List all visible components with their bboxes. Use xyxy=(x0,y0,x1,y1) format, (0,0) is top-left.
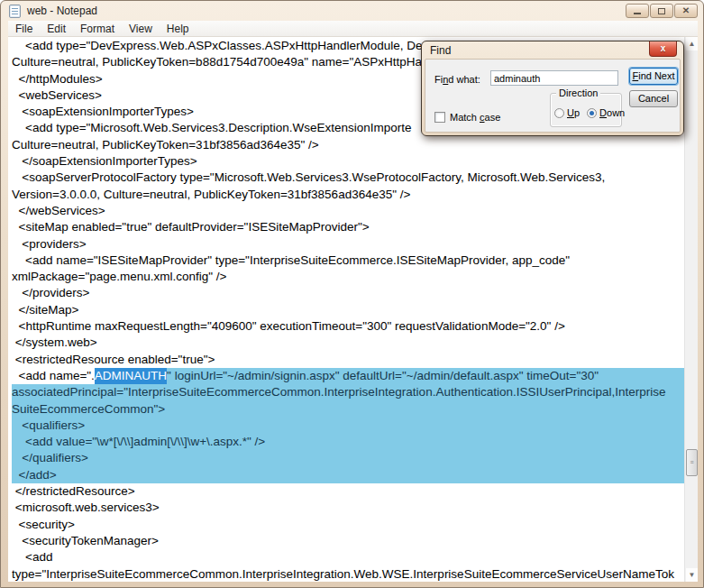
maximize-button[interactable] xyxy=(650,4,673,18)
text-line: SuiteEcommerceCommon"> xyxy=(12,401,684,418)
match-case-checkbox[interactable] xyxy=(434,112,445,123)
text-line: Culture=neutral, PublicKeyToken=31bf3856… xyxy=(12,137,684,153)
scroll-up-icon[interactable]: ▲ xyxy=(686,37,698,51)
cancel-button[interactable]: Cancel xyxy=(629,90,678,107)
text-line: <security> xyxy=(12,517,684,533)
text-line: <siteMap enabled="true" defaultProvider=… xyxy=(12,219,684,235)
minimize-icon xyxy=(634,13,641,14)
text-line: Version=3.0.0.0, Culture=neutral, Public… xyxy=(12,187,684,203)
text-line: <restrictedResource enabled="true"> xyxy=(12,352,684,368)
vertical-scrollbar[interactable]: ▲ ≡ ▼ xyxy=(684,37,698,582)
text-line: <add name=".ADMINAUTH" loginUrl="~/admin… xyxy=(12,368,684,384)
text-line: <add name="ISESiteMapProvider" type="Int… xyxy=(12,253,684,269)
text-line: <add value="\w*[\/\\]admin[\/\\]\w+\.asp… xyxy=(12,434,684,450)
direction-down-label: Down xyxy=(599,107,625,118)
text-line: <add xyxy=(12,549,684,565)
maximize-icon xyxy=(658,8,665,14)
title-bar[interactable]: web - Notepad ✕ xyxy=(1,1,703,21)
notepad-icon xyxy=(9,5,21,18)
find-dialog-close-icon[interactable]: x xyxy=(649,41,677,57)
scrollbar-thumb[interactable]: ≡ xyxy=(686,449,698,476)
text-line: <soapServerProtocolFactory type="Microso… xyxy=(12,170,684,186)
menu-item-help[interactable]: Help xyxy=(160,21,197,37)
direction-up-radio[interactable] xyxy=(554,108,564,118)
text-line: associatedPrincipal="InterpriseSuiteEcom… xyxy=(12,384,684,400)
menu-bar: FileEditFormatViewHelp xyxy=(8,21,698,37)
text-line: <httpRuntime maxRequestLength="409600" e… xyxy=(12,318,684,335)
text-line: </providers> xyxy=(12,285,684,301)
find-dialog-title: Find xyxy=(430,44,451,57)
text-line: <qualifiers> xyxy=(12,418,684,434)
text-line: type="InterpriseSuiteEcommerceCommon.Int… xyxy=(12,566,684,583)
text-line: </webServices> xyxy=(12,203,684,219)
direction-label: Direction xyxy=(556,87,600,98)
text-line: </qualifiers> xyxy=(12,450,684,466)
find-what-label: Find what: xyxy=(434,74,480,85)
menu-item-view[interactable]: View xyxy=(122,21,160,37)
find-next-button[interactable]: Find Next xyxy=(629,68,678,85)
find-what-input[interactable] xyxy=(490,70,618,86)
text-line: </restrictedResource> xyxy=(12,483,684,500)
text-line: </system.web> xyxy=(12,335,684,351)
text-line: </siteMap> xyxy=(12,302,684,318)
menu-item-edit[interactable]: Edit xyxy=(40,21,73,37)
direction-group: Direction Up Down xyxy=(550,93,622,127)
direction-down-radio[interactable] xyxy=(587,108,597,118)
menu-item-file[interactable]: File xyxy=(8,21,40,37)
text-line: </add> xyxy=(12,467,684,483)
minimize-button[interactable] xyxy=(626,4,649,18)
text-line: <providers> xyxy=(12,236,684,253)
text-line: <securityTokenManager> xyxy=(12,533,684,549)
text-line: </soapExtensionImporterTypes> xyxy=(12,153,684,170)
direction-up-label: Up xyxy=(567,107,580,118)
window-title: web - Notepad xyxy=(27,5,97,17)
match-case-label: Match case xyxy=(450,112,500,123)
find-dialog-body: Find what: Find Next Cancel Direction Up… xyxy=(425,59,681,133)
text-line: <microsoft.web.services3> xyxy=(12,500,684,516)
scroll-down-icon[interactable]: ▼ xyxy=(686,568,698,582)
find-dialog: Find x Find what: Find Next Cancel Direc… xyxy=(421,41,684,136)
text-line: xmlPackage="page.menu.xml.config" /> xyxy=(12,269,684,285)
close-button[interactable]: ✕ xyxy=(674,4,698,18)
close-icon: ✕ xyxy=(682,6,690,15)
notepad-window: web - Notepad ✕ FileEditFormatViewHelp <… xyxy=(0,0,704,588)
menu-item-format[interactable]: Format xyxy=(73,21,122,37)
